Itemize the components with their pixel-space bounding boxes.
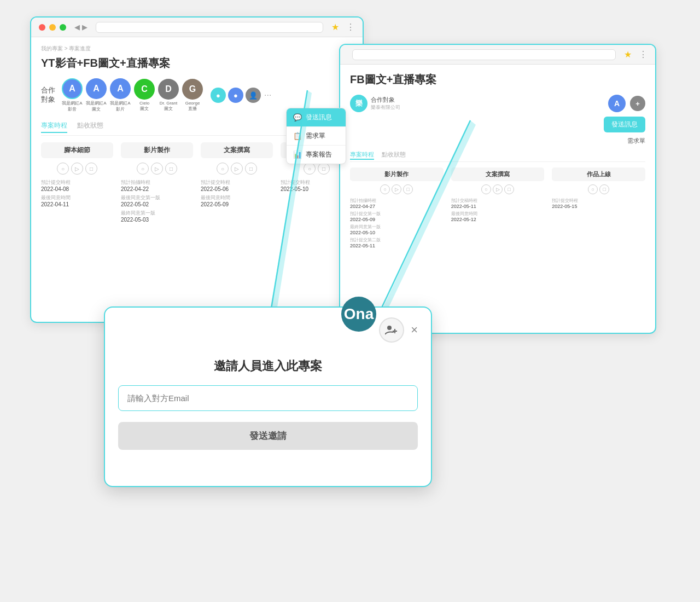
w2-stage-title-1: 文案撰寫 bbox=[451, 167, 545, 181]
stage-icon-0-2: □ bbox=[85, 163, 97, 175]
w2-label-0-2: 最終同意第一版 bbox=[350, 224, 444, 230]
stage-icon-1-2: □ bbox=[165, 163, 177, 175]
more-icon2[interactable]: ⋮ bbox=[639, 49, 648, 60]
dot-yellow[interactable] bbox=[49, 24, 56, 31]
w2-value-0-3: 2022-05-11 bbox=[350, 243, 444, 248]
page-title: YT影音+FB圖文+直播專案 bbox=[41, 56, 353, 71]
stage-col-2: 文案撰寫 ○ ▷ □ 預計提交時程 2022-05-06 最後同意時間 2022… bbox=[201, 142, 273, 225]
avatar-wrap-3: C Cielo圖文 bbox=[134, 79, 155, 112]
w2-collab-label: 合作對象 bbox=[371, 96, 400, 104]
w2-info-2-0: 預計提交時程 2022-05-15 bbox=[552, 198, 645, 209]
star-icon[interactable]: ★ bbox=[331, 22, 339, 32]
w2-tab-schedule[interactable]: 專案時程 bbox=[350, 150, 374, 160]
label-2-1: 最後同意時間 bbox=[201, 194, 273, 201]
avatar-wrap-0: A 我是網紅A影音 bbox=[62, 78, 83, 112]
w2-add-person-icon[interactable]: + bbox=[630, 96, 645, 111]
person-icon-btn[interactable]: 👤 bbox=[246, 88, 261, 103]
w2-demand-label: 需求單 bbox=[627, 137, 645, 145]
w2-collab-avatar: 樂 bbox=[350, 95, 368, 112]
demand-icon: 📋 bbox=[293, 132, 302, 140]
w2-stage-icons-1: ○ ▷ □ bbox=[451, 184, 545, 194]
avatar-label-1: 我是網紅A圖文 bbox=[86, 100, 106, 112]
stage-title-2: 文案撰寫 bbox=[201, 142, 273, 158]
w2-info-0-3: 預計提交第二版 2022-05-11 bbox=[350, 237, 444, 248]
nav-arrows: ◀ ▶ bbox=[74, 23, 88, 31]
avatar-5[interactable]: G bbox=[182, 79, 203, 100]
stage-info-1-0: 預計拍攝時程 2022-04-22 bbox=[121, 179, 193, 192]
tab-status[interactable]: 點收狀態 bbox=[77, 121, 103, 133]
avatar-4[interactable]: D bbox=[158, 79, 179, 100]
email-input[interactable] bbox=[118, 385, 418, 411]
value-0-0: 2022-04-08 bbox=[41, 186, 113, 192]
avatar-wrap-4: D Dr. Grant圖文 bbox=[158, 79, 179, 112]
url-bar[interactable] bbox=[96, 22, 323, 33]
w2-icon-1-2: □ bbox=[504, 184, 514, 194]
modal-title: 邀請人員進入此專案 bbox=[105, 358, 431, 374]
w2-info-0-1: 預計提交第一版 2022-05-09 bbox=[350, 211, 444, 222]
label-1-0: 預計拍攝時程 bbox=[121, 179, 193, 186]
dot-green[interactable] bbox=[60, 24, 66, 31]
stage-icon-0-0: ○ bbox=[57, 163, 69, 175]
url-bar2[interactable] bbox=[352, 49, 616, 60]
w2-value-2-0: 2022-05-15 bbox=[552, 204, 645, 209]
label-0-0: 預計提交時程 bbox=[41, 179, 113, 186]
more-icon[interactable]: ⋮ bbox=[346, 22, 355, 32]
avatar-0[interactable]: A bbox=[62, 78, 83, 99]
window2: ★ ⋮ FB圖文+直播專案 樂 合作對象 樂泰有限公司 A + 發送訊息 bbox=[339, 44, 656, 334]
avatar-2[interactable]: A bbox=[110, 78, 131, 99]
star-icon2[interactable]: ★ bbox=[624, 49, 632, 60]
invite-modal: Ona × 邀請人員進入此專案 發送邀請 bbox=[104, 306, 432, 487]
w2-collab-company: 樂泰有限公司 bbox=[371, 104, 400, 111]
value-0-1: 2022-04-11 bbox=[41, 201, 113, 207]
menu-item-message[interactable]: 💬 發送訊息 bbox=[287, 108, 346, 127]
avatar-3[interactable]: C bbox=[134, 79, 155, 100]
breadcrumb: 我的專案 > 專案進度 bbox=[41, 45, 353, 53]
tab-schedule[interactable]: 專案時程 bbox=[41, 121, 67, 133]
label-1-1: 最後同意交第一版 bbox=[121, 194, 193, 201]
w2-collab-left: 樂 合作對象 樂泰有限公司 bbox=[350, 95, 400, 112]
w2-stage-col-2: 作品上線 ○ □ 預計提交時程 2022-05-15 bbox=[552, 167, 645, 250]
avatar-wrap-1: A 我是網紅A圖文 bbox=[86, 78, 107, 112]
stage-icon-0-1: ▷ bbox=[71, 163, 83, 175]
w2-collab-item: 樂 合作對象 樂泰有限公司 bbox=[350, 95, 400, 112]
teal-icon-btn[interactable]: ● bbox=[211, 88, 226, 103]
w2-info-0-2: 最終同意第一版 2022-05-10 bbox=[350, 224, 444, 235]
add-person-btn[interactable] bbox=[379, 317, 404, 343]
dot-red[interactable] bbox=[39, 24, 45, 31]
menu-item-demand[interactable]: 📋 需求單 bbox=[287, 127, 346, 146]
stage-info-2-1: 最後同意時間 2022-05-09 bbox=[201, 194, 273, 207]
menu-item-report[interactable]: 📊 專案報告 bbox=[287, 146, 346, 164]
w2-right-section: A + 發送訊息 需求單 bbox=[604, 95, 645, 145]
avatar-label-3: Cielo圖文 bbox=[139, 101, 149, 112]
w2-value-1-1: 2022-05-12 bbox=[451, 217, 545, 222]
blue-icon-btn[interactable]: ● bbox=[228, 88, 243, 103]
avatar-1[interactable]: A bbox=[86, 78, 107, 99]
top-icons: ● ● 👤 ··· bbox=[211, 88, 271, 103]
w2-tab-status[interactable]: 點收狀態 bbox=[382, 150, 406, 160]
avatar-label-0: 我是網紅A影音 bbox=[62, 100, 82, 112]
stage-icon-1-1: ▷ bbox=[151, 163, 163, 175]
w2-stage-title-0: 影片製作 bbox=[350, 167, 444, 181]
stage-info-1-2: 最終同意第一版 2022-05-03 bbox=[121, 210, 193, 223]
send-invite-btn[interactable]: 發送邀請 bbox=[118, 422, 418, 450]
w2-send-message-btn[interactable]: 發送訊息 bbox=[604, 117, 645, 132]
dots-menu-btn[interactable]: ··· bbox=[264, 90, 271, 100]
w2-info-0-0: 預計拍攝時程 2022-04-27 bbox=[350, 198, 444, 209]
w2-label-0-1: 預計提交第一版 bbox=[350, 211, 444, 217]
avatar-label-5: George直播 bbox=[185, 101, 200, 112]
collab-label: 合作對象 bbox=[41, 86, 55, 105]
stage-col-0: 腳本細節 ○ ▷ □ 預計提交時程 2022-04-08 最後同意時間 2022… bbox=[41, 142, 113, 225]
w2-stage-col-0: 影片製作 ○ ▷ □ 預計拍攝時程 2022-04-27 預計提交第一版 202… bbox=[350, 167, 444, 250]
w2-label-0-0: 預計拍攝時程 bbox=[350, 198, 444, 204]
modal-close-btn[interactable]: × bbox=[411, 323, 418, 337]
stage-info-0-0: 預計提交時程 2022-04-08 bbox=[41, 179, 113, 192]
stage-icon-3-0: ○ bbox=[304, 163, 316, 175]
w2-tabs: 專案時程 點收狀態 bbox=[350, 150, 645, 162]
stage-icon-2-0: ○ bbox=[217, 163, 229, 175]
w2-icon-1-0: ○ bbox=[481, 184, 491, 194]
label-2-0: 預計提交時程 bbox=[201, 179, 273, 186]
stage-info-2-0: 預計提交時程 2022-05-06 bbox=[201, 179, 273, 192]
modal-top: Ona × bbox=[105, 308, 431, 343]
stage-info-1-1: 最後同意交第一版 2022-05-02 bbox=[121, 194, 193, 207]
w2-stages-row: 影片製作 ○ ▷ □ 預計拍攝時程 2022-04-27 預計提交第一版 202… bbox=[350, 167, 645, 250]
